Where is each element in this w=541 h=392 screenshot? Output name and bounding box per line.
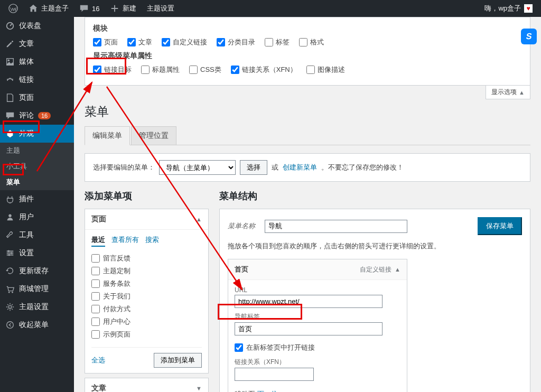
xfn-input[interactable]	[235, 368, 314, 381]
caret-up-icon: ▲	[196, 216, 202, 222]
svg-point-8	[8, 250, 10, 253]
page-list: 留言反馈 主题定制 服务条款 关于我们 付款方式 用户中心 示例页面	[91, 252, 202, 341]
svg-point-11	[8, 292, 10, 293]
page-item[interactable]: 服务条款	[91, 277, 202, 290]
menu-posts[interactable]: 文章	[0, 35, 74, 53]
chk-xfn[interactable]: 链接关系（XFN）	[231, 65, 297, 74]
menu-select[interactable]: 导航（主菜单）	[159, 160, 236, 175]
menu-name-label: 菜单名称	[228, 221, 259, 231]
navlabel-label: 导航标签	[235, 312, 400, 321]
tab-recent[interactable]: 最近	[91, 235, 105, 247]
greeting[interactable]: 嗨，wp盒子	[480, 0, 537, 17]
add-to-menu-button[interactable]: 添加到菜单	[154, 353, 202, 368]
acc-head-pages[interactable]: 页面▲	[85, 209, 208, 230]
chk-categories[interactable]: 分类目录	[217, 38, 255, 47]
chk-custom-links[interactable]: 自定义链接	[162, 38, 207, 47]
chk-desc[interactable]: 图像描述	[306, 65, 345, 74]
chk-formats[interactable]: 格式	[299, 38, 324, 47]
site-link[interactable]: 主题盒子	[24, 0, 73, 17]
menu-media[interactable]: 媒体	[0, 53, 74, 71]
menu-select-toolbar: 选择要编辑的菜单： 导航（主菜单） 选择 或 创建新菜单 。不要忘了保存您的修改…	[85, 153, 530, 182]
menu-links[interactable]: 链接	[0, 71, 74, 89]
page-item[interactable]: 留言反馈	[91, 252, 202, 265]
theme-settings-link[interactable]: 主题设置	[143, 0, 179, 17]
menu-theme-settings[interactable]: 主题设置	[0, 298, 74, 316]
submenu-themes[interactable]: 主题	[0, 143, 74, 158]
menu-tools[interactable]: 工具	[0, 226, 74, 244]
menu-dashboard[interactable]: 仪表盘	[0, 17, 74, 35]
url-input[interactable]	[235, 295, 383, 308]
navlabel-input[interactable]	[235, 322, 383, 335]
menu-item-head[interactable]: 首页 自定义链接▲	[228, 259, 407, 279]
menu-users[interactable]: 用户	[0, 208, 74, 226]
admin-sidebar: 仪表盘 文章 媒体 链接 页面 评论16 外观 主题 小工具 菜单 插件 用户 …	[0, 17, 74, 392]
menu-settings[interactable]: 设置	[0, 244, 74, 262]
chk-pages[interactable]: 页面	[93, 38, 118, 47]
svg-point-4	[8, 214, 11, 217]
chk-css-classes[interactable]: CSS类	[189, 65, 221, 74]
chk-title-attr[interactable]: 标题属性	[141, 65, 180, 74]
chk-link-target[interactable]: 链接目标	[93, 65, 132, 74]
menu-refresh-cache[interactable]: 更新缓存	[0, 262, 74, 280]
menu-name-input[interactable]	[265, 220, 407, 233]
svg-point-0	[9, 4, 17, 13]
comments-badge: 16	[38, 112, 51, 119]
tab-viewall[interactable]: 查看所有	[111, 235, 139, 247]
svg-point-10	[8, 254, 10, 256]
menu-plugins[interactable]: 插件	[0, 190, 74, 208]
menu-pages[interactable]: 页面	[0, 89, 74, 107]
acc-head-posts[interactable]: 文章▼	[85, 378, 208, 392]
chk-posts[interactable]: 文章	[127, 38, 152, 47]
select-all-link[interactable]: 全选	[91, 356, 105, 365]
advanced-title: 显示高级菜单属性	[93, 51, 522, 61]
nav-tabs: 编辑菜单 管理位置	[85, 126, 530, 145]
move-next-link[interactable]: 下一位	[257, 390, 278, 392]
tab-edit-menu[interactable]: 编辑菜单	[85, 126, 130, 145]
create-menu-link[interactable]: 创建新菜单	[283, 163, 317, 172]
page-title: 菜单	[85, 104, 530, 120]
menu-comments[interactable]: 评论16	[0, 107, 74, 125]
move-prefix: 移动至	[235, 390, 255, 392]
menu-structure-box: 菜单名称 保存菜单 拖放各个项目到您喜欢的顺序，点击右侧的箭头可进行更详细的设置…	[219, 209, 530, 392]
suffix-text: 。不要忘了保存您的修改！	[321, 163, 404, 172]
menu-appearance[interactable]: 外观	[0, 125, 74, 143]
caret-down-icon: ▼	[196, 385, 202, 391]
tab-manage-locations[interactable]: 管理位置	[131, 126, 176, 145]
select-prefix: 选择要编辑的菜单：	[93, 163, 155, 172]
caret-up-icon: ▲	[519, 89, 525, 96]
add-items-title: 添加菜单项	[85, 190, 209, 202]
page-item[interactable]: 主题定制	[91, 265, 202, 277]
adminbar: 主题盒子 16 新建 主题设置 嗨，wp盒子	[0, 0, 541, 17]
accordion-pages: 页面▲ 最近 查看所有 搜索 留言反馈 主题定制 服务条款 关于我们 付款方	[85, 209, 209, 374]
submenu-widgets[interactable]: 小工具	[0, 158, 74, 174]
structure-help: 拖放各个项目到您喜欢的顺序，点击右侧的箭头可进行更详细的设置。	[228, 241, 522, 251]
new-content[interactable]: 新建	[106, 0, 141, 17]
wp-logo[interactable]	[4, 0, 22, 17]
svg-point-13	[8, 305, 11, 308]
menu-mall[interactable]: 商城管理	[0, 280, 74, 298]
xfn-label: 链接关系（XFN）	[235, 358, 400, 367]
newtab-checkbox[interactable]: 在新标签页中打开链接	[235, 343, 400, 352]
submenu-menus[interactable]: 菜单	[0, 174, 74, 190]
menu-collapse[interactable]: 收起菜单	[0, 316, 74, 334]
screen-options-tab[interactable]: 显示选项▲	[486, 86, 530, 99]
chk-tags[interactable]: 标签	[265, 38, 290, 47]
menu-item-home: 首页 自定义链接▲ URL 导航标签 在新标签页中打开链接 链接关系（XFN） …	[228, 259, 407, 392]
page-item[interactable]: 关于我们	[91, 290, 202, 303]
page-item[interactable]: 付款方式	[91, 303, 202, 315]
or-text: 或	[272, 163, 278, 172]
svg-point-2	[8, 60, 10, 62]
page-item[interactable]: 示例页面	[91, 328, 202, 341]
screen-options-panel: 模块 页面 文章 自定义链接 分类目录 标签 格式 显示高级菜单属性 链接目标 …	[85, 17, 530, 86]
menu-arrow-icon	[74, 129, 78, 138]
boxes-title: 模块	[93, 24, 522, 33]
caret-up-icon: ▲	[395, 266, 400, 273]
floating-s-icon[interactable]	[521, 29, 537, 44]
page-item[interactable]: 用户中心	[91, 315, 202, 328]
svg-point-9	[11, 252, 13, 254]
tab-search[interactable]: 搜索	[145, 235, 159, 247]
select-button[interactable]: 选择	[240, 160, 267, 175]
save-menu-button[interactable]: 保存菜单	[478, 217, 522, 235]
comments-count[interactable]: 16	[75, 0, 104, 17]
avatar-icon	[524, 4, 533, 13]
